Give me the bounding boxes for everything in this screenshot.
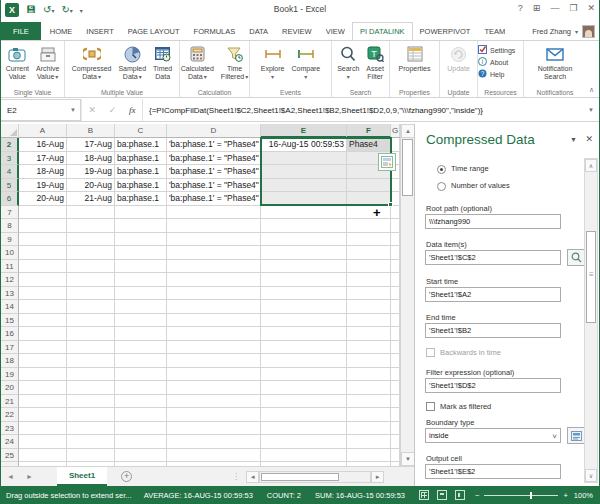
pane-scroll-up-icon[interactable]: ∧ bbox=[585, 159, 597, 172]
cell-E15[interactable] bbox=[261, 314, 347, 328]
tab-powerpivot[interactable]: POWERPIVOT bbox=[413, 22, 478, 40]
scroll-up-icon[interactable]: ▲ bbox=[401, 124, 415, 138]
scroll-right-icon[interactable]: ► bbox=[371, 471, 384, 483]
restore-icon[interactable]: ❐ bbox=[569, 3, 577, 13]
tab-review[interactable]: REVIEW bbox=[275, 22, 319, 40]
cell-D18[interactable] bbox=[167, 354, 261, 368]
cell-E25[interactable] bbox=[261, 449, 347, 463]
cell-B12[interactable] bbox=[67, 273, 115, 287]
cell-G23[interactable] bbox=[391, 422, 400, 436]
tab-page-layout[interactable]: PAGE LAYOUT bbox=[121, 22, 187, 40]
account-area[interactable]: Fred Zhang ▾ bbox=[532, 22, 599, 40]
cell-A12[interactable] bbox=[19, 273, 67, 287]
sheet-tab-sheet1[interactable]: Sheet1 bbox=[57, 467, 107, 486]
cell-F21[interactable] bbox=[347, 395, 391, 409]
cell-C16[interactable] bbox=[115, 327, 167, 341]
expand-formula-bar-icon[interactable]: ▼ bbox=[583, 99, 599, 121]
cell-C19[interactable] bbox=[115, 368, 167, 382]
cell-A9[interactable] bbox=[19, 233, 67, 247]
cell-C20[interactable] bbox=[115, 381, 167, 395]
tab-splitter[interactable]: ⋮ bbox=[232, 472, 240, 481]
cell-B25[interactable] bbox=[67, 449, 115, 463]
settings-button[interactable]: Settings bbox=[478, 45, 523, 55]
cell-D19[interactable] bbox=[167, 368, 261, 382]
cell-C14[interactable] bbox=[115, 300, 167, 314]
cell-E21[interactable] bbox=[261, 395, 347, 409]
cell-E19[interactable] bbox=[261, 368, 347, 382]
cell-F2[interactable]: Phase4 bbox=[347, 138, 391, 152]
column-header-D[interactable]: D bbox=[167, 124, 261, 138]
cell-D9[interactable] bbox=[167, 233, 261, 247]
cell-E9[interactable] bbox=[261, 233, 347, 247]
name-box[interactable]: E2 ▼ bbox=[1, 99, 81, 121]
cell-E20[interactable] bbox=[261, 381, 347, 395]
page-break-view-icon[interactable] bbox=[455, 490, 465, 500]
row-header-6[interactable]: 6 bbox=[1, 192, 19, 206]
cell-C12[interactable] bbox=[115, 273, 167, 287]
cell-D4[interactable]: 'ba:phase.1' = "Phase4" bbox=[167, 165, 261, 179]
row-header-14[interactable]: 14 bbox=[1, 300, 19, 314]
grid-vertical-scrollbar[interactable]: ▲ ▼ bbox=[400, 124, 414, 466]
cell-B11[interactable] bbox=[67, 260, 115, 274]
cell-D3[interactable]: 'ba:phase.1' = "Phase4" bbox=[167, 152, 261, 166]
scroll-down-icon[interactable]: ▼ bbox=[401, 452, 415, 466]
row-header-15[interactable]: 15 bbox=[1, 314, 19, 328]
cell-B3[interactable]: 18-Aug bbox=[67, 152, 115, 166]
column-header-F[interactable]: F bbox=[347, 124, 391, 138]
cell-C10[interactable] bbox=[115, 246, 167, 260]
row-header-7[interactable]: 7 bbox=[1, 206, 19, 220]
cell-E18[interactable] bbox=[261, 354, 347, 368]
cell-B17[interactable] bbox=[67, 341, 115, 355]
cell-D20[interactable] bbox=[167, 381, 261, 395]
cell-C2[interactable]: ba:phase.1 bbox=[115, 138, 167, 152]
cell-E5[interactable] bbox=[261, 179, 347, 193]
column-header-C[interactable]: C bbox=[115, 124, 167, 138]
explore-button[interactable]: Explore bbox=[258, 43, 288, 87]
row-header-24[interactable]: 24 bbox=[1, 435, 19, 449]
cell-A19[interactable] bbox=[19, 368, 67, 382]
pane-close-icon[interactable]: ✕ bbox=[585, 134, 593, 144]
time-range-radio[interactable] bbox=[437, 165, 446, 174]
about-button[interactable]: i About bbox=[478, 57, 523, 67]
cell-E17[interactable] bbox=[261, 341, 347, 355]
cell-D23[interactable] bbox=[167, 422, 261, 436]
data-items-input[interactable]: 'Sheet1'!$C$2 bbox=[425, 250, 561, 265]
cell-A8[interactable] bbox=[19, 219, 67, 233]
boundary-type-select[interactable]: inside bbox=[425, 428, 561, 443]
cell-A25[interactable] bbox=[19, 449, 67, 463]
tab-formulas[interactable]: FORMULAS bbox=[187, 22, 243, 40]
row-header-3[interactable]: 3 bbox=[1, 152, 19, 166]
cell-G8[interactable] bbox=[391, 219, 400, 233]
pane-scrollbar[interactable]: ∧ ∨ bbox=[584, 158, 598, 483]
column-header-A[interactable]: A bbox=[19, 124, 67, 138]
cell-C3[interactable]: ba:phase.1 bbox=[115, 152, 167, 166]
row-header-21[interactable]: 21 bbox=[1, 395, 19, 409]
pane-menu-caret-icon[interactable]: ▼ bbox=[570, 136, 577, 143]
cell-G18[interactable] bbox=[391, 354, 400, 368]
cell-F7[interactable] bbox=[347, 206, 391, 220]
compare-button[interactable]: Compare bbox=[288, 43, 323, 87]
cell-D22[interactable] bbox=[167, 408, 261, 422]
time-filtered-button[interactable]: TimeFiltered bbox=[218, 43, 251, 87]
page-layout-view-icon[interactable] bbox=[437, 490, 447, 500]
confirm-entry-icon[interactable]: ✓ bbox=[109, 105, 117, 115]
cell-B16[interactable] bbox=[67, 327, 115, 341]
cell-A23[interactable] bbox=[19, 422, 67, 436]
cell-F23[interactable] bbox=[347, 422, 391, 436]
cell-D12[interactable] bbox=[167, 273, 261, 287]
cell-A22[interactable] bbox=[19, 408, 67, 422]
row-header-25[interactable]: 25 bbox=[1, 449, 19, 463]
row-header-22[interactable]: 22 bbox=[1, 408, 19, 422]
cell-E24[interactable] bbox=[261, 435, 347, 449]
cell-A24[interactable] bbox=[19, 435, 67, 449]
cell-A11[interactable] bbox=[19, 260, 67, 274]
cell-E11[interactable] bbox=[261, 260, 347, 274]
cell-D16[interactable] bbox=[167, 327, 261, 341]
tab-team[interactable]: TEAM bbox=[477, 22, 512, 40]
cell-E7[interactable] bbox=[261, 206, 347, 220]
cell-F19[interactable] bbox=[347, 368, 391, 382]
cell-D11[interactable] bbox=[167, 260, 261, 274]
cell-A16[interactable] bbox=[19, 327, 67, 341]
notification-search-button[interactable]: NotificationSearch bbox=[535, 43, 576, 87]
cell-C24[interactable] bbox=[115, 435, 167, 449]
